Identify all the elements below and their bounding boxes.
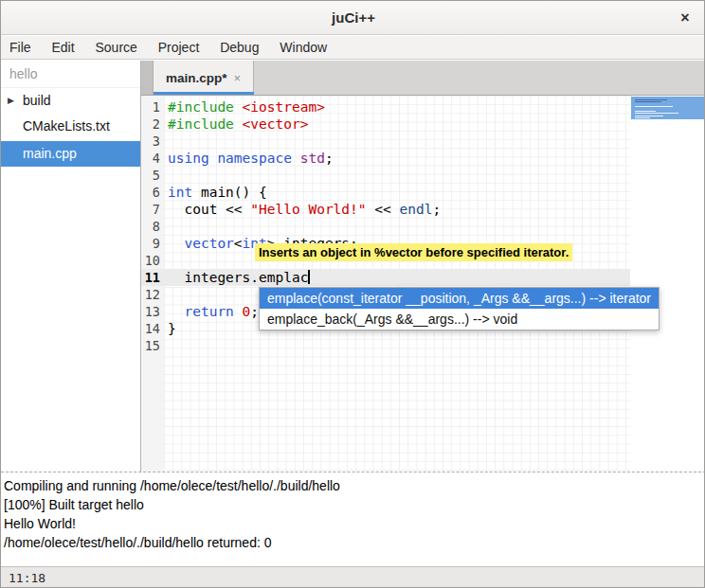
line-number: 15 xyxy=(141,337,160,354)
line-number: 6 xyxy=(141,184,160,201)
tabbar-edge xyxy=(141,61,154,95)
tree-item-label: CMakeLists.txt xyxy=(23,118,110,134)
line-number: 9 xyxy=(141,235,160,252)
menu-bar: File Edit Source Project Debug Window xyxy=(1,36,705,60)
minimap-code-line xyxy=(635,117,650,118)
window-title: juCi++ xyxy=(1,1,705,35)
line-number: 13 xyxy=(141,303,160,320)
text-cursor xyxy=(308,270,310,284)
line-number: 14 xyxy=(141,320,160,337)
tab-close-icon[interactable]: × xyxy=(233,71,241,85)
menu-edit[interactable]: Edit xyxy=(43,36,82,60)
line-number: 1 xyxy=(141,98,160,116)
code-line[interactable]: 8 xyxy=(141,218,630,235)
output-line: [100%] Built target hello xyxy=(4,495,703,514)
minimap-code-line xyxy=(635,113,678,114)
line-number: 5 xyxy=(141,167,160,184)
code-line[interactable]: 6int main() { xyxy=(141,184,630,201)
output-panel[interactable]: Compiling and running /home/olece/test/h… xyxy=(1,472,705,566)
line-number: 4 xyxy=(141,150,160,167)
expand-caret-icon[interactable]: ▶ xyxy=(8,88,14,114)
code-line[interactable]: 11 integers.emplac xyxy=(141,269,630,286)
file-tree-panel: hello ▶ build CMakeLists.txt main.cpp xyxy=(1,61,141,472)
code-text: return 0; xyxy=(168,303,259,320)
code-text: int main() { xyxy=(168,184,267,201)
output-line: /home/olece/test/hello/./build/hello ret… xyxy=(4,533,703,552)
minimap-code-line xyxy=(635,106,673,107)
line-number: 10 xyxy=(141,252,160,269)
code-line[interactable]: 4using namespace std; xyxy=(141,150,630,167)
output-line: Hello World! xyxy=(4,514,703,533)
tree-item-maincpp[interactable]: main.cpp xyxy=(1,141,140,167)
tab-bar: main.cpp*× xyxy=(141,61,705,96)
code-editor[interactable]: 1#include <iostream>2#include <vector>34… xyxy=(141,96,705,472)
completion-item-emplace[interactable]: emplace(const_iterator __position, _Args… xyxy=(260,288,659,309)
code-text: using namespace std; xyxy=(168,150,334,167)
tree-item-label: main.cpp xyxy=(23,146,77,161)
line-number: 2 xyxy=(141,116,160,133)
menu-project[interactable]: Project xyxy=(150,36,208,60)
minimap-code-line xyxy=(635,101,661,102)
code-line[interactable]: 15 xyxy=(141,337,630,354)
output-line: Compiling and running /home/olece/test/h… xyxy=(4,476,703,495)
code-text: } xyxy=(168,320,176,337)
tab-maincpp[interactable]: main.cpp*× xyxy=(154,61,254,95)
line-number: 8 xyxy=(141,218,160,235)
project-name: hello xyxy=(1,61,140,88)
line-number: 3 xyxy=(141,133,160,150)
cursor-position: 11:18 xyxy=(9,571,45,585)
line-number: 7 xyxy=(141,201,160,218)
minimap-code-line xyxy=(635,99,667,100)
code-line[interactable]: 2#include <vector> xyxy=(141,116,630,133)
juci-window: juCi++ × File Edit Source Project Debug … xyxy=(0,0,705,588)
tree-item-build[interactable]: ▶ build xyxy=(1,88,140,114)
code-line[interactable]: 3 xyxy=(141,133,630,150)
title-bar[interactable]: juCi++ × xyxy=(1,1,705,35)
minimap-thumb[interactable] xyxy=(631,97,705,119)
code-text: cout << "Hello World!" << endl; xyxy=(168,201,441,218)
menu-source[interactable]: Source xyxy=(86,36,145,60)
code-text: integers.emplac xyxy=(168,269,310,286)
code-text: #include <iostream> xyxy=(168,98,325,116)
line-number: 11 xyxy=(141,269,160,286)
doc-tooltip: Inserts an object in %vector before spec… xyxy=(255,243,572,261)
code-text: #include <vector> xyxy=(168,116,308,133)
tab-label: main.cpp* xyxy=(166,71,227,85)
completion-popup: emplace(const_iterator __position, _Args… xyxy=(259,287,660,330)
menu-debug[interactable]: Debug xyxy=(211,36,267,60)
code-line[interactable]: 7 cout << "Hello World!" << endl; xyxy=(141,201,630,218)
tree-item-cmakelists[interactable]: CMakeLists.txt xyxy=(1,114,140,139)
status-bar: 11:18 xyxy=(1,566,705,588)
code-line[interactable]: 1#include <iostream> xyxy=(141,98,630,116)
tree-item-label: build xyxy=(23,93,51,108)
minimap-code-line xyxy=(635,116,663,116)
close-icon[interactable]: × xyxy=(670,1,700,35)
menu-file[interactable]: File xyxy=(1,36,40,60)
active-tab-indicator xyxy=(154,92,254,95)
minimap-code-line xyxy=(635,111,656,112)
minimap[interactable] xyxy=(630,96,705,472)
line-number: 12 xyxy=(141,286,160,303)
menu-window[interactable]: Window xyxy=(271,36,335,60)
completion-item-emplace-back[interactable]: emplace_back(_Args &&__args...) --> void xyxy=(260,309,659,330)
code-line[interactable]: 5 xyxy=(141,167,630,184)
